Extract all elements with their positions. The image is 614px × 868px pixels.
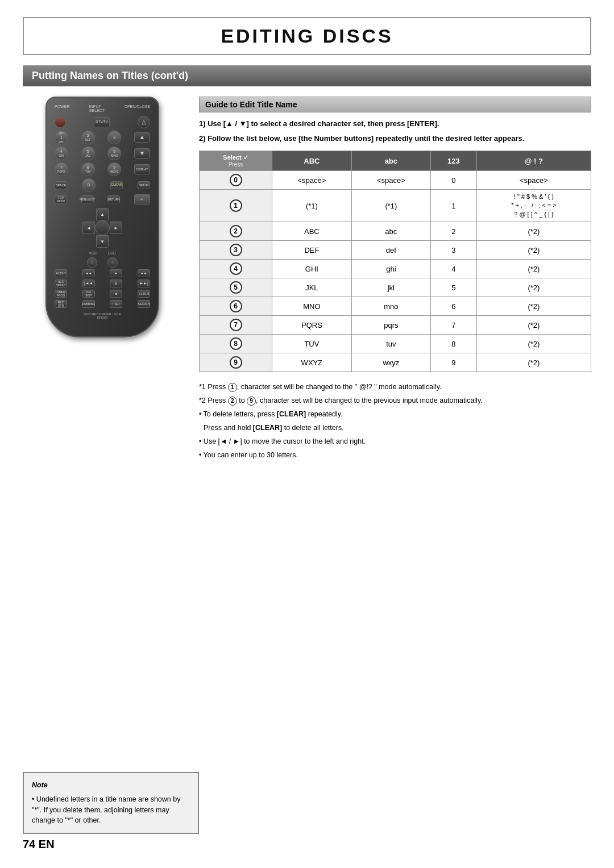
dubbing-button[interactable]: DUBBING xyxy=(82,300,95,308)
dpad-left-button[interactable]: ◄ xyxy=(82,222,95,234)
num-circle-5: 5 xyxy=(230,281,242,294)
row-num-4: 4 xyxy=(431,260,477,278)
dvd-mode-button[interactable]: ○ xyxy=(107,257,118,268)
row-sym-9: (*2) xyxy=(476,353,591,372)
num-btn-2[interactable]: 2DEF xyxy=(81,131,95,144)
rec-speed-button[interactable]: REC SPEED xyxy=(55,279,67,287)
vcr-dvd-labels: VCR DVD xyxy=(55,251,150,255)
row-sym-3: (*2) xyxy=(476,241,591,260)
vcr-mode-button[interactable]: ○ xyxy=(87,257,97,268)
num-circle-6: 6 xyxy=(230,300,242,312)
menu-row: TOP MENU MENU/LIST RETURN ↵ xyxy=(55,194,150,205)
rewind-button[interactable]: ◄◄ xyxy=(82,269,95,277)
row-key-2: 2 xyxy=(200,222,272,241)
stop-button[interactable]: ■ xyxy=(110,290,122,298)
row-key-5: 5 xyxy=(200,278,272,297)
open-close-button[interactable]: △ xyxy=(138,116,150,128)
row-lower-2: abc xyxy=(351,222,430,241)
dpad-center[interactable] xyxy=(95,220,110,235)
display-button[interactable]: DISPLAY xyxy=(134,164,150,174)
top-menu-button[interactable]: TOP MENU xyxy=(55,195,67,203)
return-button[interactable]: RETURN xyxy=(107,195,120,203)
skip-fwd-button[interactable]: ►►| xyxy=(138,279,150,287)
t-set-button[interactable]: T-SET xyxy=(110,300,122,308)
table-row: 0 <space> <space> 0 <space> xyxy=(200,171,591,190)
row-num-0: 0 xyxy=(431,171,477,190)
num-btn-at[interactable]: @/:1ABC xyxy=(55,131,68,144)
num-btn-0[interactable]: 0 xyxy=(82,178,96,192)
num-circle-4: 4 xyxy=(230,262,242,275)
num-btn-5[interactable]: 5JKL xyxy=(81,147,95,160)
num-row-3: 7PQRS 8TUV 9WXYZ DISPLAY xyxy=(55,162,150,176)
left-column: POWER INPUTSELECT OPEN/CLOSE DTV/TV △ @/… xyxy=(23,97,182,337)
playback-row-3: TIMER PROG CM SKIP ■ +1.3/1.8 xyxy=(55,290,150,298)
row-num-3: 3 xyxy=(431,241,477,260)
num-row-1: @/:1ABC 2DEF 3 ▲ xyxy=(55,131,150,144)
input-select-label: INPUTSELECT xyxy=(89,105,105,112)
setup-button[interactable]: SETUP xyxy=(138,181,150,189)
instructions: 1) Use [▲ / ▼] to select a desired chara… xyxy=(199,118,591,144)
num-btn-8[interactable]: 8TUV xyxy=(81,162,95,176)
num-btn-9[interactable]: 9WXYZ xyxy=(107,162,121,176)
rec-otr-button[interactable]: REC OTR xyxy=(55,300,67,308)
num-circle-0: 0 xyxy=(230,174,242,186)
table-header-select: Select ✓ Press xyxy=(200,151,272,171)
ch-down-button[interactable]: ▼ xyxy=(134,148,150,158)
cm-skip-button[interactable]: CM SKIP xyxy=(82,290,95,298)
timer-prog-button[interactable]: TIMER PROG xyxy=(55,290,67,298)
row-key-4: 4 xyxy=(200,260,272,278)
table-row: 1 (*1) (*1) 1 ! " # $ % & ' ( )* + , - .… xyxy=(200,190,591,222)
note-content: • Undefined letters in a title name are … xyxy=(32,794,190,826)
dpad-up-button[interactable]: ▲ xyxy=(96,208,109,220)
row-sym-1: ! " # $ % & ' ( )* + , - . / : ; < = >? … xyxy=(476,190,591,222)
table-row: 9 WXYZ wxyz 9 (*2) xyxy=(200,353,591,372)
row-abc-2: ABC xyxy=(272,222,351,241)
search-button[interactable]: SEARCH xyxy=(138,300,150,308)
audio-button[interactable]: AUDIO xyxy=(55,269,67,277)
ff-button[interactable]: ►► xyxy=(138,269,150,277)
enter-button[interactable]: ↵ xyxy=(134,194,150,205)
row-abc-6: MNO xyxy=(272,297,351,316)
select-label: Select ✓ xyxy=(204,154,267,161)
num-btn-6[interactable]: 6MNO xyxy=(107,147,121,160)
right-column: Guide to Edit Title Name 1) Use [▲ / ▼] … xyxy=(199,97,591,470)
num-btn-3[interactable]: 3 xyxy=(107,131,121,144)
menu-list-button[interactable]: MENU/LIST xyxy=(81,195,94,203)
pause-button[interactable]: ⏸ xyxy=(110,279,122,287)
main-title-box: EDITING DISCS xyxy=(23,17,591,55)
skip-back-button[interactable]: |◄◄ xyxy=(82,279,95,287)
row-abc-1: (*1) xyxy=(272,190,351,222)
instruction-step1: 1) Use [▲ / ▼] to select a desired chara… xyxy=(199,118,591,130)
footnote-2: *2 Press 2 to 9, character set will be c… xyxy=(199,395,591,406)
row-abc-7: PQRS xyxy=(272,316,351,335)
row-key-7: 7 xyxy=(200,316,272,335)
footer-notes: *1 Press 1, character set will be change… xyxy=(199,381,591,461)
row-num-2: 2 xyxy=(431,222,477,241)
num-circle-9: 9 xyxy=(230,356,242,369)
play-button[interactable]: ► xyxy=(110,269,122,277)
top-button-row: DTV/TV △ xyxy=(55,116,150,128)
table-row: 2 ABC abc 2 (*2) xyxy=(200,222,591,241)
clear-button[interactable]: CLEAR xyxy=(110,181,123,189)
table-header-sym: @ ! ? xyxy=(476,151,591,171)
ch-up-button[interactable]: ▲ xyxy=(134,132,150,143)
row-sym-2: (*2) xyxy=(476,222,591,241)
num-circle-1: 1 xyxy=(230,199,242,212)
num-btn-7[interactable]: 7PQRS xyxy=(55,162,68,176)
row-sym-5: (*2) xyxy=(476,278,591,297)
content-area: POWER INPUTSELECT OPEN/CLOSE DTV/TV △ @/… xyxy=(23,97,591,470)
dpad-down-button[interactable]: ▼ xyxy=(96,235,109,248)
space-clear-row: SPACE 0 CLEAR SETUP xyxy=(55,178,150,192)
row-key-6: 6 xyxy=(200,297,272,316)
speed-button[interactable]: +1.3/1.8 xyxy=(138,290,150,298)
row-lower-9: wxyz xyxy=(351,353,430,372)
table-row: 7 PQRS pqrs 7 (*2) xyxy=(200,316,591,335)
num-circle-3: 3 xyxy=(230,244,242,256)
input-select-button[interactable]: DTV/TV xyxy=(94,117,110,127)
footnote-5: • Use [◄ / ►] to move the cursor to the … xyxy=(199,436,591,447)
row-lower-5: jkl xyxy=(351,278,430,297)
power-button[interactable] xyxy=(55,116,66,128)
row-key-3: 3 xyxy=(200,241,272,260)
num-btn-4[interactable]: 4GHI xyxy=(55,147,68,160)
dpad-right-button[interactable]: ► xyxy=(110,222,122,234)
